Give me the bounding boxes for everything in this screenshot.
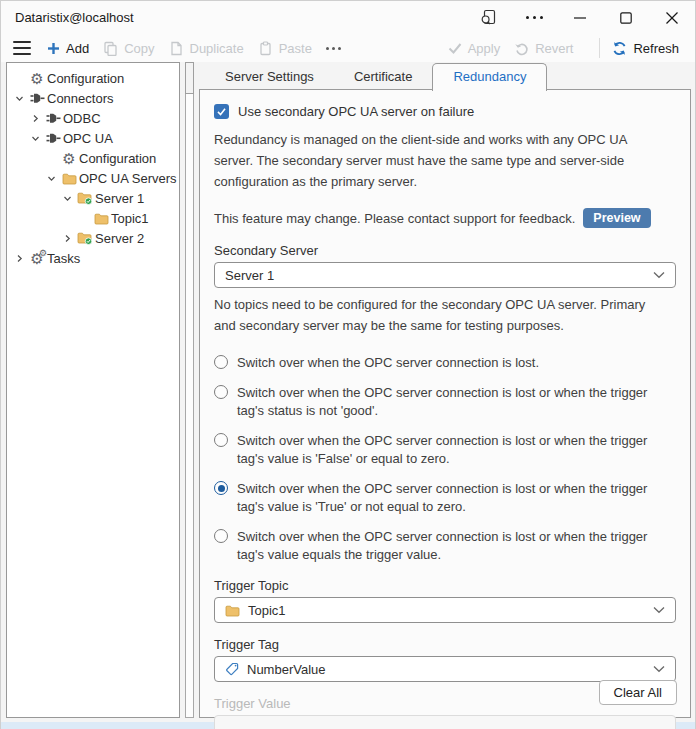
refresh-icon xyxy=(612,41,627,56)
chevron-right-icon[interactable] xyxy=(27,114,43,123)
trigger-topic-label: Trigger Topic xyxy=(214,578,676,593)
close-button[interactable] xyxy=(649,1,695,34)
toolbar-right: Apply Revert Refresh xyxy=(448,38,695,58)
paste-button: Paste xyxy=(258,41,312,56)
tree-item-label: Server 2 xyxy=(95,231,144,246)
tree-item-opc-ua[interactable]: OPC UA xyxy=(7,128,179,148)
tree-item-server-2[interactable]: Server 2 xyxy=(7,228,179,248)
secondary-server-label: Secondary Server xyxy=(214,243,676,258)
trigger-topic-value: Topic1 xyxy=(248,603,286,618)
hamburger-menu-icon[interactable] xyxy=(13,41,31,55)
preview-button[interactable]: Preview xyxy=(583,208,650,228)
see-more-icon[interactable] xyxy=(511,1,557,34)
chevron-down-icon[interactable] xyxy=(11,94,27,103)
tree-item-configuration[interactable]: ⚙ Configuration xyxy=(7,68,179,88)
radio-icon[interactable] xyxy=(214,355,228,369)
tree-item-server-1[interactable]: Server 1 xyxy=(7,188,179,208)
radio-icon[interactable] xyxy=(214,529,228,543)
radio-option-value-false[interactable]: Switch over when the OPC server connecti… xyxy=(214,432,676,468)
gear-icon: ⚙ xyxy=(27,71,47,86)
folder-icon xyxy=(91,212,111,225)
tree-item-topic1[interactable]: Topic1 xyxy=(7,208,179,228)
tab-server-settings[interactable]: Server Settings xyxy=(205,64,334,90)
trigger-tag-dropdown[interactable]: NumberValue xyxy=(214,656,676,682)
radio-option-equals-trigger[interactable]: Switch over when the OPC server connecti… xyxy=(214,528,676,564)
revert-button: Revert xyxy=(514,41,573,56)
chevron-down-icon[interactable] xyxy=(27,134,43,143)
clear-all-button[interactable]: Clear All xyxy=(599,680,677,705)
folder-check-icon xyxy=(75,191,95,205)
navigation-tree: ⚙ Configuration Connectors ODBC OPC UA ⚙… xyxy=(6,62,180,718)
no-topics-note: No topics need to be configured for the … xyxy=(214,294,666,336)
plug-icon xyxy=(43,132,63,145)
search-window-icon[interactable] xyxy=(465,1,511,34)
maximize-button[interactable] xyxy=(603,1,649,34)
tree-item-odbc[interactable]: ODBC xyxy=(7,108,179,128)
duplicate-icon xyxy=(169,41,184,56)
apply-button: Apply xyxy=(448,41,501,56)
tree-item-label: Connectors xyxy=(47,91,113,106)
tree-item-label: ODBC xyxy=(63,111,101,126)
radio-icon[interactable] xyxy=(214,385,228,399)
trigger-value-input xyxy=(214,715,676,729)
radio-label: Switch over when the OPC server connecti… xyxy=(237,354,539,372)
duplicate-button: Duplicate xyxy=(169,41,244,56)
main-panel: Server Settings Certificate Redundancy U… xyxy=(199,62,691,718)
chevron-right-icon[interactable] xyxy=(59,234,75,243)
use-secondary-label: Use secondary OPC UA server on failure xyxy=(238,104,474,119)
trigger-topic-dropdown[interactable]: Topic1 xyxy=(214,597,676,623)
checkbox-checked-icon[interactable] xyxy=(214,104,229,119)
use-secondary-checkbox-row[interactable]: Use secondary OPC UA server on failure xyxy=(214,104,676,119)
folder-check-icon xyxy=(75,231,95,245)
tree-item-label: Tasks xyxy=(47,251,80,266)
chevron-down-icon[interactable] xyxy=(43,174,59,183)
plug-icon xyxy=(27,92,47,105)
undo-arrow-icon xyxy=(514,41,529,56)
tab-certificate[interactable]: Certificate xyxy=(334,64,433,90)
tag-icon xyxy=(225,662,239,676)
workspace: ⚙ Configuration Connectors ODBC OPC UA ⚙… xyxy=(1,62,695,722)
radio-selected-icon[interactable] xyxy=(214,481,228,495)
toolbar-separator xyxy=(599,38,600,58)
tree-item-opcua-configuration[interactable]: ⚙ Configuration xyxy=(7,148,179,168)
tree-scrollbar-thumb[interactable] xyxy=(185,62,194,94)
radio-option-status-not-good[interactable]: Switch over when the OPC server connecti… xyxy=(214,384,676,420)
tree-item-label: OPC UA xyxy=(63,131,113,146)
radio-option-value-true[interactable]: Switch over when the OPC server connecti… xyxy=(214,480,676,516)
minimize-button[interactable] xyxy=(557,1,603,34)
radio-label: Switch over when the OPC server connecti… xyxy=(237,384,676,420)
toolbar-more-icon[interactable] xyxy=(326,47,341,50)
refresh-button[interactable]: Refresh xyxy=(612,41,679,56)
tree-item-label: Topic1 xyxy=(111,211,149,226)
copy-icon xyxy=(103,41,118,56)
chevron-down-icon xyxy=(653,606,665,614)
redundancy-panel: Use secondary OPC UA server on failure R… xyxy=(199,89,691,718)
titlebar: Dataristix@localhost xyxy=(1,1,695,34)
trigger-tag-label: Trigger Tag xyxy=(214,637,676,652)
folder-icon xyxy=(225,604,240,617)
tree-scrollbar[interactable] xyxy=(185,62,194,718)
trigger-tag-value: NumberValue xyxy=(247,662,326,677)
window-title: Dataristix@localhost xyxy=(15,10,134,25)
radio-option-connection-lost[interactable]: Switch over when the OPC server connecti… xyxy=(214,354,676,372)
tabbar: Server Settings Certificate Redundancy xyxy=(199,62,691,90)
chevron-down-icon[interactable] xyxy=(59,194,75,203)
feature-note-row: This feature may change. Please contact … xyxy=(214,208,676,228)
secondary-server-value: Server 1 xyxy=(225,268,274,283)
tab-redundancy[interactable]: Redundancy xyxy=(432,63,547,91)
chevron-down-icon xyxy=(653,271,665,279)
radio-label: Switch over when the OPC server connecti… xyxy=(237,480,676,516)
tree-item-tasks[interactable]: ⚙⚙ Tasks xyxy=(7,248,179,268)
tree-item-label: OPC UA Servers xyxy=(79,171,177,186)
tree-item-connectors[interactable]: Connectors xyxy=(7,88,179,108)
chevron-right-icon[interactable] xyxy=(11,254,27,263)
gears-icon: ⚙⚙ xyxy=(27,251,47,266)
tree-item-opc-ua-servers[interactable]: OPC UA Servers xyxy=(7,168,179,188)
radio-icon[interactable] xyxy=(214,433,228,447)
add-button[interactable]: Add xyxy=(47,41,89,56)
gear-icon: ⚙ xyxy=(59,151,79,166)
secondary-server-dropdown[interactable]: Server 1 xyxy=(214,262,676,288)
feature-note: This feature may change. Please contact … xyxy=(214,211,575,226)
window-controls xyxy=(465,1,695,34)
add-label: Add xyxy=(66,41,89,56)
